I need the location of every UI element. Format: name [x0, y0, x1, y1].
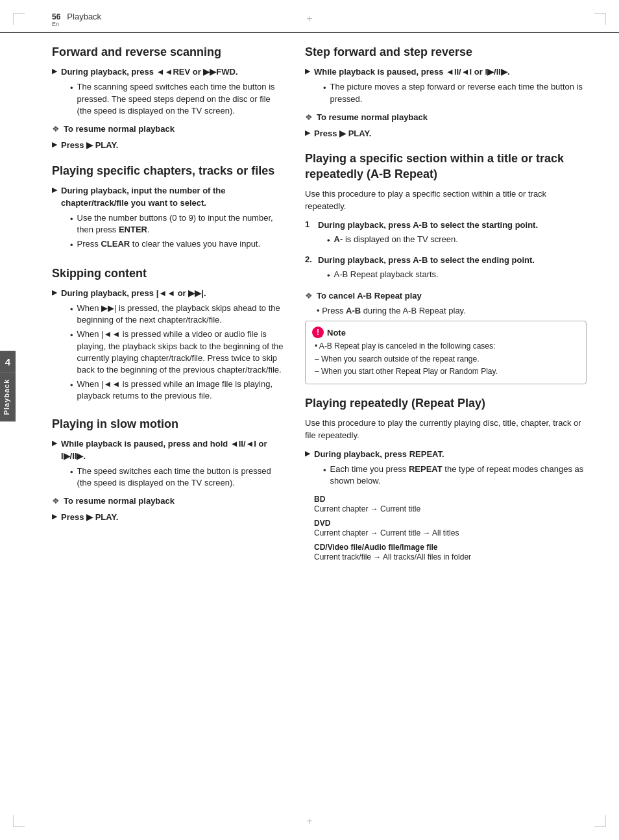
note-item1: When you search outside of the repeat ra…	[315, 354, 579, 365]
specific-chapters-step1: ▶ During playback, input the number of t…	[52, 185, 285, 254]
ab-sub1: A- is displayed on the TV screen.	[334, 234, 458, 245]
sub-bullet2: Use the number buttons (0 to 9) to input…	[77, 212, 285, 236]
slow-motion-title: Playing in slow motion	[52, 417, 285, 432]
arrow-icon4: ▶	[52, 288, 57, 297]
corner-mark-br	[594, 815, 606, 827]
cross-bottom	[306, 815, 312, 827]
skipping-step1: ▶ During playback, press |◄◄ or ▶▶|. • W…	[52, 288, 285, 404]
skip-sub3: When |◄◄ is pressed while an image file …	[77, 378, 285, 402]
repeat-play-intro: Use this procedure to play the currently…	[305, 417, 587, 442]
repeat-play-title: Playing repeatedly (Repeat Play)	[305, 396, 587, 411]
ab-cancel-text: To cancel A-B Repeat play	[317, 290, 422, 303]
section-repeat-play: Playing repeatedly (Repeat Play) Use thi…	[305, 396, 587, 563]
repeat-step1-text: During playback, press REPEAT. • Each ti…	[314, 449, 587, 489]
dot-icon11: •	[323, 465, 326, 477]
side-tab-number: 4	[0, 351, 16, 373]
ab-repeat-intro: Use this procedure to play a specific se…	[305, 188, 587, 213]
repeat-sub1: Each time you press REPEAT the type of r…	[330, 463, 587, 487]
step-forward-resume-label: ❖ To resume normal playback	[305, 112, 587, 124]
page-number: 56 En	[52, 13, 60, 28]
arrow-icon6: ▶	[52, 512, 57, 521]
dot-icon10: •	[327, 270, 330, 282]
slow-motion-step1-text: While playback is paused, press and hold…	[61, 438, 285, 491]
diamond-icon4: ❖	[305, 291, 313, 301]
ab-repeat-step2: 2. During playback, press A-B to select …	[305, 254, 587, 284]
cd-value: Current track/file → All tracks/All file…	[314, 552, 587, 563]
content-area: Forward and reverse scanning ▶ During pl…	[0, 45, 619, 587]
step-forward-press-play: ▶ Press ▶ PLAY.	[305, 128, 587, 140]
step-forward-step1: ▶ While playback is paused, press ◄II/◄I…	[305, 66, 587, 107]
step-forward-step1-text: While playback is paused, press ◄II/◄I o…	[314, 66, 587, 107]
section-slow-motion: Playing in slow motion ▶ While playback …	[52, 417, 285, 524]
skip-sub2: When |◄◄ is pressed while a video or aud…	[77, 328, 285, 376]
resume-label: To resume normal playback	[64, 123, 175, 136]
slow-motion-step1: ▶ While playback is paused, press and ho…	[52, 438, 285, 491]
arrow-icon9: ▶	[305, 449, 310, 458]
specific-chapters-step1-text: During playback, input the number of the…	[61, 185, 285, 254]
press-play-text: Press ▶ PLAY.	[61, 140, 118, 152]
ab-cancel-sub: • Press A-B during the A-B Repeat play.	[317, 306, 466, 315]
forward-reverse-press-play: ▶ Press ▶ PLAY.	[52, 140, 285, 152]
slow-resume-label: To resume normal playback	[64, 495, 175, 508]
section-forward-reverse: Forward and reverse scanning ▶ During pl…	[52, 45, 285, 151]
dot-icon3: •	[70, 240, 73, 252]
note-item2: When you start other Repeat Play or Rand…	[315, 366, 579, 377]
diamond-icon2: ❖	[52, 496, 60, 506]
num-1: 1	[305, 219, 314, 229]
repeat-mode-bd: BD Current chapter → Current title	[314, 495, 587, 515]
page-chapter-title: Playback	[67, 12, 101, 21]
cd-label: CD/Video file/Audio file/Image file	[314, 543, 587, 552]
dot-icon9: •	[327, 235, 330, 247]
forward-reverse-step1: ▶ During playback, press ◄◄REV or ▶▶FWD.…	[52, 66, 285, 119]
step-resume-label: To resume normal playback	[317, 112, 428, 124]
arrow-icon2: ▶	[52, 140, 57, 149]
dvd-value: Current chapter → Current title → All ti…	[314, 528, 587, 539]
note-body: • A-B Repeat play is canceled in the fol…	[312, 341, 579, 377]
corner-mark-tl	[13, 13, 25, 25]
num-2: 2.	[305, 254, 314, 264]
section-skipping: Skipping content ▶ During playback, pres…	[52, 266, 285, 405]
specific-chapters-title: Playing specific chapters, tracks or fil…	[52, 164, 285, 179]
ab-repeat-title: Playing a specific section within a titl…	[305, 151, 587, 182]
slow-sub1: The speed switches each time the button …	[77, 465, 285, 489]
dot-icon: •	[70, 82, 73, 95]
skipping-title: Skipping content	[52, 266, 285, 281]
sub-bullet3: Press CLEAR to clear the values you have…	[77, 238, 261, 250]
side-tab-label: Playback	[0, 373, 16, 422]
ab-repeat-step1: 1 During playback, press A-B to select t…	[305, 219, 587, 249]
step-sub1: The picture moves a step forward or reve…	[330, 81, 587, 105]
repeat-modes-list: BD Current chapter → Current title DVD C…	[314, 495, 587, 562]
section-step-forward: Step forward and step reverse ▶ While pl…	[305, 45, 587, 140]
section-specific-chapters: Playing specific chapters, tracks or fil…	[52, 164, 285, 254]
slow-press-play: Press ▶ PLAY.	[61, 512, 118, 524]
dot-icon7: •	[70, 467, 73, 479]
repeat-mode-dvd: DVD Current chapter → Current title → Al…	[314, 519, 587, 539]
dot-icon6: •	[70, 380, 73, 392]
diamond-icon3: ❖	[305, 112, 313, 122]
cross-top	[306, 13, 312, 25]
skipping-step1-text: During playback, press |◄◄ or ▶▶|. • Whe…	[61, 288, 285, 404]
note-icon: !	[312, 327, 324, 338]
ab-cancel-label: ❖ To cancel A-B Repeat play	[305, 290, 587, 303]
dot-icon2: •	[70, 214, 73, 226]
bd-value: Current chapter → Current title	[314, 504, 587, 515]
step-forward-title: Step forward and step reverse	[305, 45, 587, 60]
slow-motion-resume-label: ❖ To resume normal playback	[52, 495, 285, 508]
slow-motion-press-play: ▶ Press ▶ PLAY.	[52, 512, 285, 524]
arrow-icon7: ▶	[305, 67, 310, 75]
forward-reverse-title: Forward and reverse scanning	[52, 45, 285, 60]
forward-reverse-resume-label: ❖ To resume normal playback	[52, 123, 285, 136]
arrow-icon8: ▶	[305, 129, 310, 137]
repeat-mode-cd: CD/Video file/Audio file/Image file Curr…	[314, 543, 587, 563]
ab-step1-text: During playback, press A-B to select the…	[318, 219, 538, 249]
diamond-icon: ❖	[52, 124, 60, 134]
right-column: Step forward and step reverse ▶ While pl…	[305, 45, 587, 574]
arrow-icon: ▶	[52, 67, 57, 75]
corner-mark-tr	[594, 13, 606, 25]
arrow-icon3: ▶	[52, 186, 57, 194]
skip-sub1: When ▶▶| is pressed, the playback skips …	[77, 303, 285, 326]
repeat-play-step1: ▶ During playback, press REPEAT. • Each …	[305, 449, 587, 489]
dot-icon5: •	[70, 330, 73, 342]
note-header: ! Note	[312, 327, 579, 338]
sub-bullet-text: The scanning speed switches each time th…	[77, 81, 285, 117]
